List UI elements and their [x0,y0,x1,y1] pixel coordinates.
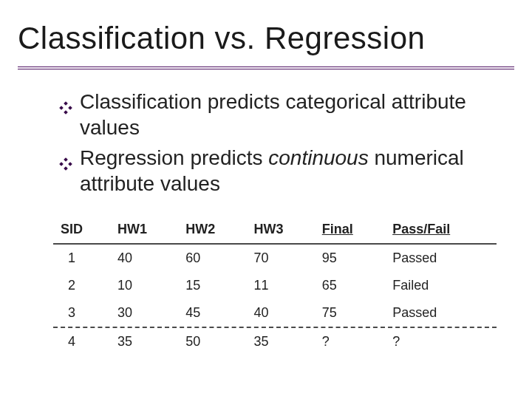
col-header-final: Final [315,217,385,243]
slide: Classification vs. Regression Classifica… [0,0,532,399]
svg-rect-0 [64,101,68,106]
table-row: 4 35 50 35 ? ? [53,328,497,355]
cell-passfail: Passed [385,245,497,272]
cell-hw3: 11 [246,272,314,299]
cell-hw2: 45 [178,299,246,327]
bullet-text-em: continuous [268,146,368,169]
bullet-text-pre: Regression predicts [80,146,268,169]
svg-rect-3 [64,110,68,115]
page-title: Classification vs. Regression [18,21,508,56]
bullet-item: Regression predicts continuous numerical… [59,145,502,197]
svg-rect-2 [68,106,72,110]
cell-sid: 1 [53,245,110,272]
cell-final: ? [315,328,385,355]
cell-hw1: 35 [110,328,178,355]
cell-sid: 2 [53,272,110,299]
bullet-item: Classification predicts categorical attr… [59,89,502,140]
table-row: 2 10 15 11 65 Failed [53,272,497,299]
cell-hw3: 40 [246,299,314,327]
svg-rect-1 [59,106,64,110]
cell-hw1: 30 [110,299,178,327]
bullet-list: Classification predicts categorical attr… [18,89,514,197]
bullet-text: Regression predicts continuous numerical… [80,145,502,197]
cell-passfail: Failed [385,272,497,299]
col-header-hw2: HW2 [178,217,246,243]
cell-passfail: ? [385,328,497,355]
col-header-passfail: Pass/Fail [385,217,497,243]
svg-rect-4 [64,157,68,162]
data-table: SID HW1 HW2 HW3 Final Pass/Fail 1 40 60 … [53,217,497,355]
cell-sid: 4 [53,328,110,355]
col-header-sid: SID [53,217,110,243]
table-header-row: SID HW1 HW2 HW3 Final Pass/Fail [53,217,497,243]
cell-final: 75 [315,299,385,327]
svg-rect-6 [68,162,72,166]
table-row: 1 40 60 70 95 Passed [53,245,497,272]
cell-hw1: 10 [110,272,178,299]
svg-rect-5 [59,162,64,166]
data-table-wrap: SID HW1 HW2 HW3 Final Pass/Fail 1 40 60 … [18,217,514,355]
cell-sid: 3 [53,299,110,327]
cell-final: 95 [315,245,385,272]
cell-passfail: Passed [385,299,497,327]
title-divider: Classification vs. Regression [18,13,514,69]
cell-hw3: 35 [246,328,314,355]
cell-hw2: 50 [178,328,246,355]
col-header-hw1: HW1 [110,217,178,243]
cell-hw3: 70 [246,245,314,272]
svg-rect-7 [64,166,68,171]
cell-hw1: 40 [110,245,178,272]
col-header-hw3: HW3 [246,217,314,243]
table-row: 3 30 45 40 75 Passed [53,299,497,327]
diamond-bullet-icon [59,151,72,164]
cell-final: 65 [315,272,385,299]
cell-hw2: 60 [178,245,246,272]
cell-hw2: 15 [178,272,246,299]
diamond-bullet-icon [59,95,72,108]
bullet-text: Classification predicts categorical attr… [80,89,502,140]
